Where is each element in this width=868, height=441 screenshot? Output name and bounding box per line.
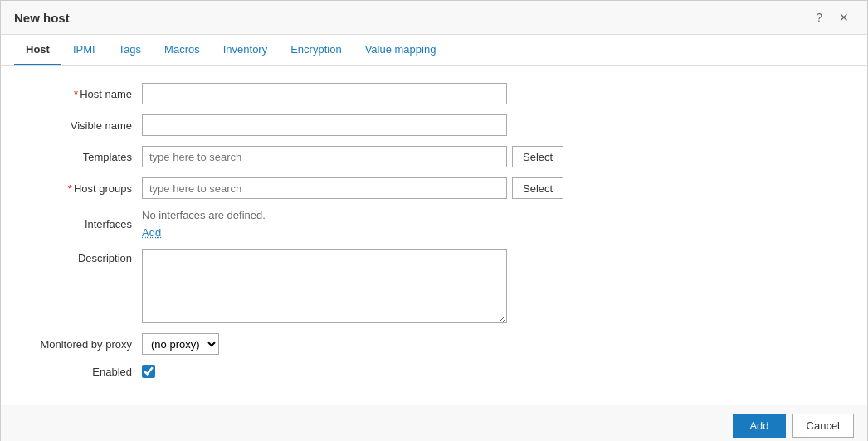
templates-label: Templates [34, 151, 142, 163]
description-textarea[interactable] [142, 249, 507, 323]
templates-search-input[interactable] [142, 146, 507, 167]
host-groups-row: *Host groups Select [34, 177, 834, 199]
new-host-dialog: New host ? ✕ Host IPMI Tags Macros Inven… [0, 0, 868, 441]
interfaces-label: Interfaces [34, 218, 142, 230]
host-groups-search-input[interactable] [142, 177, 507, 199]
dialog-title: New host [14, 11, 70, 25]
proxy-select[interactable]: (no proxy) [142, 333, 219, 355]
enabled-checkbox[interactable] [142, 365, 155, 378]
enabled-label: Enabled [34, 366, 142, 378]
tab-host[interactable]: Host [14, 35, 61, 65]
host-groups-label: *Host groups [34, 182, 142, 195]
tab-value-mapping[interactable]: Value mapping [354, 35, 448, 65]
templates-row: Templates Select [34, 146, 834, 167]
tab-encryption[interactable]: Encryption [279, 35, 353, 65]
host-name-row: *Host name [34, 83, 834, 104]
add-interface-button[interactable]: Add [142, 226, 161, 239]
no-interfaces-text: No interfaces are defined. [142, 209, 266, 221]
host-groups-select-button[interactable]: Select [512, 177, 563, 199]
tab-tags[interactable]: Tags [107, 35, 153, 65]
tab-ipmi[interactable]: IPMI [61, 35, 107, 65]
visible-name-row: Visible name [34, 114, 834, 136]
monitored-by-proxy-label: Monitored by proxy [34, 338, 142, 351]
required-star-groups: * [68, 182, 72, 195]
help-button[interactable]: ? [811, 9, 827, 26]
required-star: * [74, 88, 78, 100]
add-button[interactable]: Add [733, 414, 785, 438]
host-name-input[interactable] [142, 83, 507, 104]
tab-inventory[interactable]: Inventory [212, 35, 279, 65]
description-label: Description [34, 249, 142, 264]
interfaces-content: No interfaces are defined. Add [142, 209, 266, 239]
tab-macros[interactable]: Macros [153, 35, 212, 65]
enabled-row: Enabled [34, 365, 834, 378]
host-name-label: *Host name [34, 88, 142, 100]
visible-name-label: Visible name [34, 119, 142, 132]
monitored-by-proxy-row: Monitored by proxy (no proxy) [34, 333, 834, 355]
tabs-container: Host IPMI Tags Macros Inventory Encrypti… [1, 35, 867, 66]
description-row: Description [34, 249, 834, 323]
form-body: *Host name Visible name Templates Select… [1, 66, 867, 405]
cancel-button[interactable]: Cancel [792, 414, 854, 438]
interfaces-row: Interfaces No interfaces are defined. Ad… [34, 209, 834, 239]
dialog-controls: ? ✕ [811, 9, 854, 26]
dialog-footer: Add Cancel [1, 405, 867, 441]
dialog-header: New host ? ✕ [1, 1, 867, 35]
templates-select-button[interactable]: Select [512, 146, 563, 167]
close-button[interactable]: ✕ [834, 9, 854, 26]
visible-name-input[interactable] [142, 114, 507, 136]
